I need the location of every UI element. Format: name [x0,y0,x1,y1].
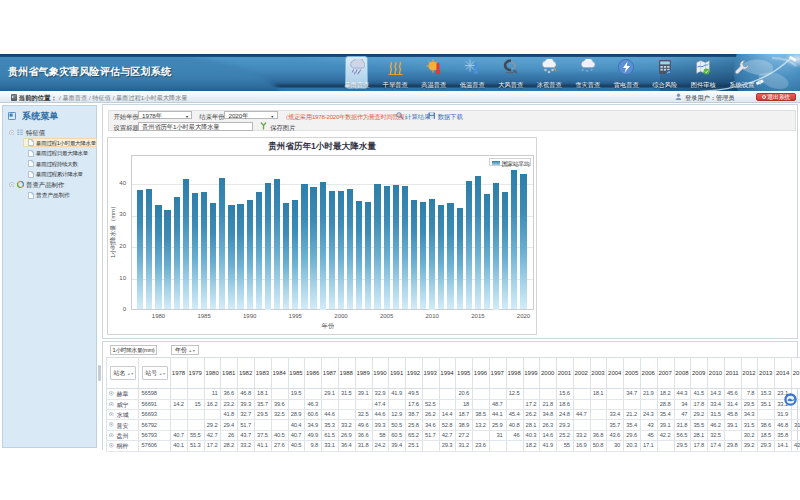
svg-text:*: * [581,67,583,73]
svg-text:*: * [586,69,588,75]
svg-text:*: * [590,67,592,73]
